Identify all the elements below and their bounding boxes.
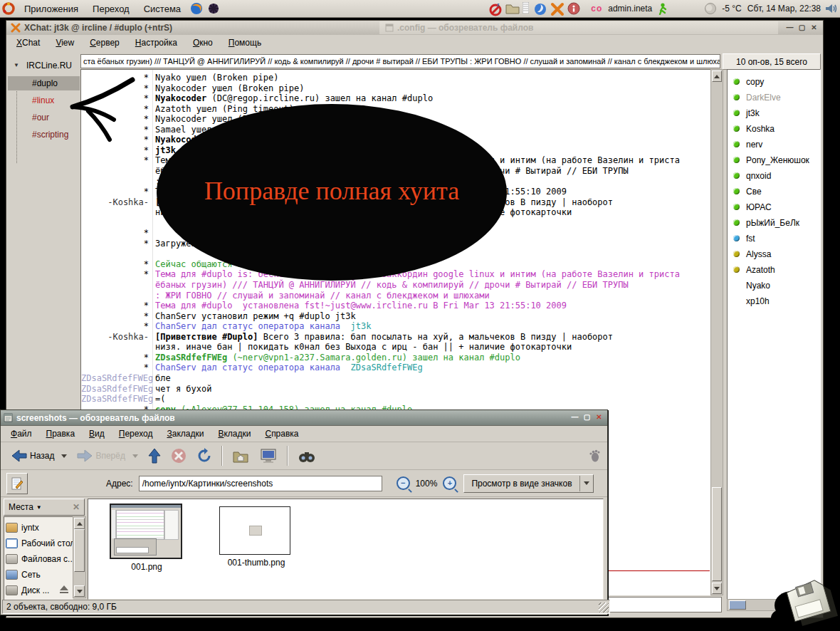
network-item[interactable]: ▼ IRCLine.RU (8, 53, 80, 76)
view-mode-dropdown[interactable]: Просмотр в виде значков (463, 474, 593, 493)
xchat-menu-item[interactable]: Помощь (229, 38, 261, 48)
fm-menu-item[interactable]: Переход (119, 429, 153, 439)
session-user-label[interactable]: admin.ineta (608, 4, 652, 14)
resize-grip[interactable] (599, 603, 609, 612)
user-list-item[interactable]: ЮРАС (728, 199, 820, 215)
user-list-item[interactable]: jt3k (728, 105, 820, 121)
up-button[interactable] (143, 444, 166, 468)
places-scroll-up-button[interactable] (74, 518, 85, 529)
file-view[interactable]: 001.png 001-thumb.png (88, 499, 604, 600)
fm-menu-item[interactable]: Вид (89, 429, 105, 439)
zoom-in-button[interactable]: + (443, 476, 456, 490)
userlist-hscrollbar-slider[interactable] (729, 600, 746, 610)
forward-button[interactable]: Вперёд (72, 444, 143, 468)
view-mode-dropdown-arrow-icon[interactable] (584, 481, 589, 485)
place-item[interactable]: Рабочий стол (4, 536, 73, 551)
user-list-item[interactable]: Azatoth (728, 262, 820, 278)
forward-history-dropdown-icon[interactable] (132, 454, 138, 458)
back-button[interactable]: Назад (6, 444, 72, 468)
file-item[interactable]: 001.png (110, 504, 184, 572)
user-list-item[interactable]: DarkElve (728, 90, 820, 105)
user-list-item[interactable]: Pony_Женюшок (728, 152, 820, 168)
places-dropdown-icon[interactable]: ▼ (36, 504, 42, 511)
place-item[interactable]: Диск ... (4, 583, 73, 598)
places-scrollbar[interactable] (73, 516, 86, 598)
scroll-down-button[interactable] (712, 583, 722, 594)
refresh-button[interactable] (191, 444, 217, 468)
inhibit-sleep-icon[interactable]: z (488, 2, 501, 15)
user-list-item[interactable]: fst (728, 231, 820, 246)
user-list-item[interactable]: Све (728, 184, 820, 199)
scroll-up-button[interactable] (712, 71, 722, 82)
fm-maximize-button[interactable]: ▢ (582, 412, 592, 422)
user-list-item[interactable]: рЫжИй_БеЛк (728, 215, 820, 231)
user-list-item[interactable]: Koshka (728, 121, 820, 137)
volume-icon[interactable] (824, 2, 837, 15)
firefox-launcher-icon[interactable] (190, 2, 203, 15)
user-list-item[interactable]: qnxoid (728, 168, 820, 184)
zoom-level-label[interactable]: 100% (416, 479, 438, 489)
file-item[interactable]: 001-thumb.png (219, 506, 293, 568)
app-launcher-icon[interactable] (207, 2, 220, 15)
user-list-item[interactable]: xp10h (728, 293, 820, 309)
toggle-location-entry-button[interactable] (6, 473, 28, 494)
zoom-out-button[interactable]: − (397, 476, 410, 490)
chat-scrollbar[interactable] (710, 69, 723, 595)
fm-menu-item[interactable]: Правка (46, 429, 75, 439)
places-scroll-down-button[interactable] (74, 585, 85, 597)
xchat-titlebar[interactable]: XChat: jt3k @ ircline / #duplo (+ntrS) .… (6, 21, 823, 35)
xchat-menu-item[interactable]: Сервер (90, 38, 120, 48)
user-list-item[interactable]: copy (728, 74, 820, 90)
background-window-titlebar[interactable]: .config — обозреватель файлов (379, 21, 778, 34)
file-name-label[interactable]: 001.png (110, 562, 184, 572)
notes-tray-icon[interactable] (523, 2, 529, 15)
xchat-tray-icon[interactable] (550, 2, 563, 15)
xchat-menu-item[interactable]: View (56, 38, 74, 48)
tree-expander-icon[interactable]: ▼ (14, 62, 19, 68)
fm-titlebar[interactable]: screenshots — обозреватель файлов — ▢ ✕ (1, 410, 607, 426)
fm-menu-item[interactable]: Вкладки (218, 429, 251, 439)
chat-scrollbar-slider[interactable] (712, 487, 722, 581)
panel-menu-applications[interactable]: Приложения (17, 4, 85, 14)
xchat-menu-item[interactable]: XChat (16, 38, 40, 48)
fm-menu-item[interactable]: Файл (11, 429, 32, 439)
panel-menu-system[interactable]: Система (137, 4, 188, 14)
distro-logo-icon[interactable] (2, 2, 15, 15)
xchat-menu-item[interactable]: Окно (193, 38, 213, 48)
user-list-item[interactable]: Alyssa (728, 246, 820, 262)
file-name-label[interactable]: 001-thumb.png (219, 558, 293, 568)
address-input[interactable]: /home/iyntx/Картинки/screenshots (139, 476, 382, 491)
xchat-close-button[interactable]: ✕ (809, 23, 819, 32)
place-item[interactable]: Сеть (4, 567, 73, 583)
weather-icon[interactable] (704, 2, 717, 15)
place-item[interactable]: iyntx (4, 520, 73, 536)
temperature-label[interactable]: -5 °C (722, 4, 741, 14)
notification-tray-icon[interactable] (567, 2, 580, 15)
xchat-menu-item[interactable]: Настройка (135, 38, 177, 48)
eject-button[interactable] (60, 585, 68, 590)
search-button[interactable] (293, 444, 321, 468)
fm-minimize-button[interactable]: — (569, 412, 580, 422)
user-list-item[interactable]: Nyako (728, 278, 820, 293)
topic-input[interactable]: ста ёбаных грузин) /// ТАНЦУЙ @ АННИГИЛИ… (80, 54, 720, 68)
stop-button[interactable] (166, 444, 191, 468)
clock-label[interactable]: Сбт, 14 Мар, 22:38 (747, 4, 821, 14)
user-switcher-icon[interactable] (657, 2, 670, 15)
home-button[interactable] (227, 444, 254, 468)
xchat-minimize-button[interactable]: — (784, 23, 795, 32)
fm-menu-item[interactable]: Закладки (167, 429, 204, 439)
computer-button[interactable] (254, 444, 283, 468)
places-scrollbar-slider[interactable] (74, 529, 85, 572)
user-list-item[interactable]: nerv (728, 137, 820, 152)
photo-app-tray-icon[interactable] (533, 2, 546, 15)
back-history-dropdown-icon[interactable] (61, 454, 67, 458)
op-count-button[interactable]: 10 оп-ов, 15 всего (723, 53, 821, 70)
xchat-maximize-button[interactable]: ▢ (797, 23, 807, 32)
panel-menu-places[interactable]: Переход (85, 4, 137, 14)
fm-close-button[interactable]: ✕ (594, 412, 604, 422)
place-item[interactable]: Файловая с... (4, 551, 73, 567)
close-sidebar-button[interactable]: ✕ (73, 502, 80, 512)
fm-menu-item[interactable]: Справка (265, 429, 298, 439)
file-manager-tray-icon[interactable] (505, 2, 518, 15)
places-header[interactable]: Места ▼ ✕ (4, 499, 85, 516)
